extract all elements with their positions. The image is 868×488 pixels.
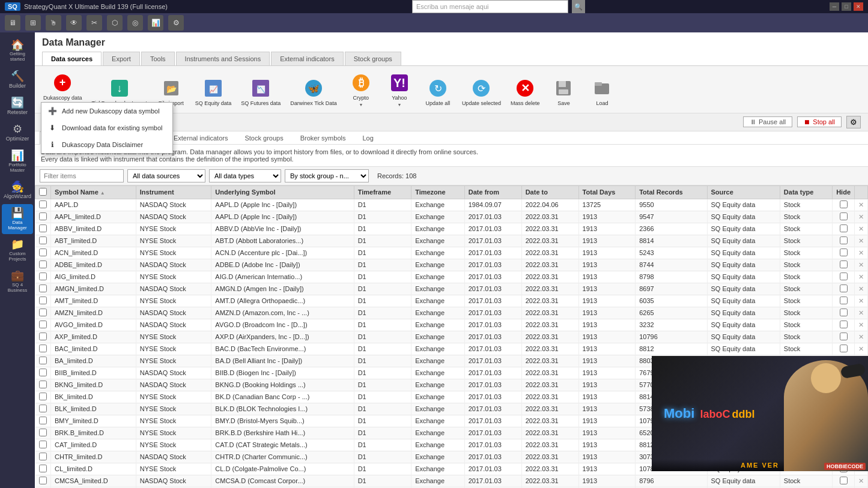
data-source-filter[interactable]: All data sources <box>127 169 205 182</box>
row-checkbox-cell[interactable] <box>35 367 51 379</box>
header-hide[interactable]: Hide <box>833 185 855 199</box>
hide-checkbox[interactable] <box>840 273 848 280</box>
row-checkbox[interactable] <box>39 357 47 364</box>
row-checkbox[interactable] <box>39 285 47 292</box>
row-checkbox[interactable] <box>39 321 47 328</box>
row-checkbox[interactable] <box>39 345 47 352</box>
row-checkbox-cell[interactable] <box>35 307 51 319</box>
row-checkbox-cell[interactable] <box>35 451 51 463</box>
row-checkbox[interactable] <box>39 417 47 424</box>
sq-equity-button[interactable]: 📈 SQ Equity data <box>192 75 235 109</box>
toolbar-icon-desktop[interactable]: 🖱 <box>46 15 61 31</box>
row-checkbox[interactable] <box>39 249 47 256</box>
sub-tab-log[interactable]: Log <box>354 131 381 144</box>
hide-checkbox[interactable] <box>840 297 848 304</box>
toolbar-icon-target[interactable]: ◎ <box>127 15 143 31</box>
row-checkbox-cell[interactable] <box>35 211 51 223</box>
cell-hide[interactable] <box>833 199 855 211</box>
row-checkbox[interactable] <box>39 224 47 232</box>
sub-tab-broker-symbols[interactable]: Broker symbols <box>293 131 354 144</box>
row-checkbox[interactable] <box>39 333 47 340</box>
sidebar-item-builder[interactable]: 🔨 Builder <box>2 67 33 92</box>
dropdown-download-existing[interactable]: ⬇ Download data for existing symbol <box>41 119 172 136</box>
toolbar-icon-copy[interactable]: ⊞ <box>25 15 41 31</box>
sidebar-item-algowizard[interactable]: 🧙 AlgoWizard <box>2 178 33 203</box>
cell-hide[interactable] <box>833 475 855 487</box>
cell-delete[interactable]: ✕ <box>855 295 868 307</box>
tab-external-indicators[interactable]: External indicators <box>271 52 344 65</box>
row-checkbox[interactable] <box>39 212 47 220</box>
cell-delete[interactable]: ✕ <box>855 307 868 319</box>
darwinex-button[interactable]: 🦋 Darwinex Tick Data <box>287 75 341 109</box>
cell-hide[interactable] <box>833 307 855 319</box>
cell-hide[interactable] <box>833 283 855 295</box>
row-checkbox-cell[interactable] <box>35 403 51 415</box>
row-checkbox[interactable] <box>39 381 47 388</box>
row-checkbox-cell[interactable] <box>35 271 51 283</box>
row-checkbox-cell[interactable] <box>35 247 51 259</box>
minimize-button[interactable]: ─ <box>830 2 839 11</box>
row-checkbox[interactable] <box>39 369 47 376</box>
tab-export[interactable]: Export <box>103 52 140 65</box>
toolbar-icon-settings[interactable]: ⚙ <box>168 15 184 31</box>
row-checkbox[interactable] <box>39 477 47 484</box>
row-checkbox-cell[interactable] <box>35 199 51 211</box>
hide-checkbox[interactable] <box>840 212 848 220</box>
cell-hide[interactable] <box>833 331 855 343</box>
row-checkbox-cell[interactable] <box>35 439 51 451</box>
header-timeframe[interactable]: Timeframe <box>354 185 411 199</box>
row-checkbox[interactable] <box>39 405 47 412</box>
cell-hide[interactable] <box>833 319 855 331</box>
group-filter[interactable]: By stock group - n... <box>285 169 369 182</box>
header-date-to[interactable]: Date to <box>521 185 578 199</box>
sidebar-item-sq4-business[interactable]: 💼 SQ 4 Business <box>2 267 33 297</box>
header-timezone[interactable]: Timezone <box>411 185 465 199</box>
hide-checkbox[interactable] <box>840 321 848 328</box>
sidebar-item-custom-projects[interactable]: 📁 Custom Projects <box>2 235 33 265</box>
sidebar-item-optimizer[interactable]: ⚙ Optimizer <box>2 120 33 145</box>
cell-delete[interactable]: ✕ <box>855 247 868 259</box>
row-checkbox[interactable] <box>39 273 47 280</box>
cell-hide[interactable] <box>833 235 855 247</box>
search-bar[interactable]: Escriba un mensaje aqui <box>412 0 568 13</box>
cell-delete[interactable]: ✕ <box>855 331 868 343</box>
toolbar-icon-monitor[interactable]: 🖥 <box>5 15 20 31</box>
row-checkbox-cell[interactable] <box>35 379 51 391</box>
cell-hide[interactable] <box>833 343 855 355</box>
hide-checkbox[interactable] <box>840 285 848 292</box>
update-selected-button[interactable]: ⟳ Update selected <box>458 75 505 109</box>
toolbar-icon-network[interactable]: ⬡ <box>107 15 123 31</box>
dropdown-add-new[interactable]: ➕ Add new Dukascopy data symbol <box>41 103 172 119</box>
row-checkbox-cell[interactable] <box>35 427 51 439</box>
yahoo-button[interactable]: Y! Yahoo ▼ <box>381 70 417 109</box>
row-checkbox-cell[interactable] <box>35 295 51 307</box>
cell-delete[interactable]: ✕ <box>855 223 868 235</box>
hide-checkbox[interactable] <box>840 224 848 232</box>
row-checkbox-cell[interactable] <box>35 463 51 475</box>
toolbar-icon-scissors[interactable]: ✂ <box>86 15 102 31</box>
maximize-button[interactable]: □ <box>842 2 851 11</box>
row-checkbox-cell[interactable] <box>35 355 51 367</box>
cell-delete[interactable]: ✕ <box>855 343 868 355</box>
sidebar-item-getting-started[interactable]: 🏠 Getting started <box>2 36 33 66</box>
cell-delete[interactable]: ✕ <box>855 199 868 211</box>
header-source[interactable]: Source <box>707 185 780 199</box>
hide-checkbox[interactable] <box>840 309 848 316</box>
row-checkbox-cell[interactable] <box>35 475 51 487</box>
header-date-from[interactable]: Date from <box>464 185 521 199</box>
hide-checkbox[interactable] <box>840 236 848 244</box>
row-checkbox-cell[interactable] <box>35 283 51 295</box>
cell-delete[interactable]: ✕ <box>855 259 868 271</box>
sidebar-item-portfolio-master[interactable]: 📊 Portfolio Master <box>2 146 33 176</box>
select-all-checkbox[interactable] <box>39 188 47 196</box>
row-checkbox[interactable] <box>39 236 47 244</box>
row-checkbox[interactable] <box>39 441 47 448</box>
filter-input[interactable] <box>40 169 124 182</box>
hide-checkbox[interactable] <box>840 200 848 208</box>
close-button[interactable]: ✕ <box>854 2 863 11</box>
pause-all-button[interactable]: ⏸ Pause all <box>743 116 792 127</box>
sub-tab-external-indicators[interactable]: External indicators <box>166 131 236 144</box>
row-checkbox[interactable] <box>39 200 47 208</box>
sq-futures-button[interactable]: 📉 SQ Futures data <box>237 75 284 109</box>
sidebar-item-data-manager[interactable]: 💾 Data Manager <box>2 204 33 234</box>
